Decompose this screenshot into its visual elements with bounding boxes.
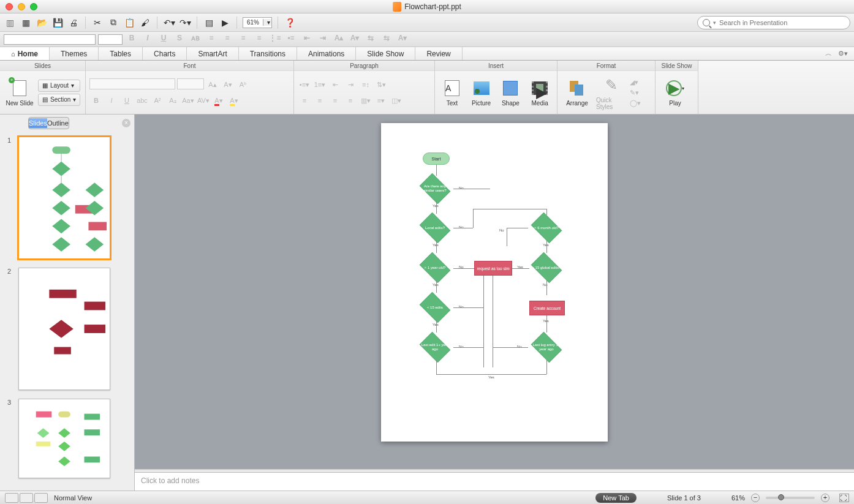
- zoom-select[interactable]: 61% ▾: [243, 17, 272, 28]
- panel-close-icon[interactable]: ×: [122, 119, 130, 127]
- search-input[interactable]: [719, 19, 845, 26]
- font-color-button[interactable]: A▾: [396, 34, 409, 45]
- decrease-indent-icon[interactable]: ⇤: [328, 78, 342, 91]
- fc-similar-users[interactable]: Are there any similar users?: [417, 176, 453, 201]
- font-grow-button[interactable]: A▴: [332, 34, 346, 45]
- tab-home[interactable]: ⌂Home: [0, 47, 50, 60]
- arrange-button[interactable]: Arrange: [561, 73, 593, 112]
- strikethrough-icon[interactable]: abc: [135, 94, 149, 107]
- thumbnail-list[interactable]: 1 2 3: [0, 132, 134, 491]
- tab-review[interactable]: Review: [415, 47, 462, 60]
- underline-button[interactable]: U: [157, 34, 170, 45]
- open-template-icon[interactable]: ▦: [20, 17, 32, 29]
- save-icon[interactable]: 💾: [51, 17, 64, 29]
- fc-1year[interactable]: > 1 year old?: [417, 255, 453, 280]
- fc-create-account[interactable]: Create account: [529, 301, 565, 315]
- slide-canvas[interactable]: Start Are there any similar users? No Ye…: [135, 115, 854, 469]
- show-hide-icon[interactable]: ▤: [203, 17, 215, 29]
- clear-fmt-button[interactable]: ᴀʙ: [189, 34, 202, 45]
- new-slide-button[interactable]: + New Slide: [4, 73, 36, 112]
- undo-icon[interactable]: ↶▾: [163, 17, 175, 29]
- fit-window-button[interactable]: ⛶: [839, 494, 849, 502]
- align-text-icon[interactable]: ≡▾: [374, 94, 388, 107]
- text-dir-button[interactable]: ⇆: [364, 34, 377, 45]
- new-tab-button[interactable]: New Tab: [595, 493, 637, 503]
- open-icon[interactable]: 📂: [36, 17, 48, 29]
- quickstyles-button[interactable]: ✎Quick Styles: [595, 73, 627, 112]
- tab-slideshow[interactable]: Slide Show: [356, 47, 415, 60]
- section-button[interactable]: ▤ Section ▾: [38, 94, 80, 106]
- tab-animations[interactable]: Animations: [297, 47, 356, 60]
- font-size-select[interactable]: [98, 34, 123, 45]
- numbering-icon[interactable]: 1≡▾: [313, 78, 327, 91]
- bold-button[interactable]: B: [125, 34, 138, 45]
- subscript-icon[interactable]: A₂: [166, 94, 179, 107]
- line-icon[interactable]: ✎▾: [630, 89, 641, 97]
- bullet-list-button[interactable]: •≡: [284, 34, 298, 45]
- window-zoom-button[interactable]: [30, 3, 37, 10]
- effects-icon[interactable]: ◯▾: [630, 99, 641, 107]
- clear-format-icon[interactable]: Aᵇ: [236, 78, 250, 91]
- bullets-icon[interactable]: •≡▾: [298, 78, 311, 91]
- slideshow-view-button[interactable]: [34, 493, 48, 503]
- font-shrink-icon[interactable]: A▾: [221, 78, 235, 91]
- align-left-icon[interactable]: ≡: [298, 94, 311, 107]
- fill-icon[interactable]: ◢▾: [630, 78, 641, 86]
- fc-local-edits[interactable]: Local edits?: [417, 215, 453, 241]
- justify-button[interactable]: ≡: [252, 34, 266, 45]
- gear-icon[interactable]: ⚙▾: [838, 50, 848, 58]
- superscript-icon[interactable]: A²: [151, 94, 164, 107]
- underline-icon[interactable]: U: [120, 94, 134, 107]
- thumbnail-2[interactable]: [18, 268, 110, 390]
- tab-charts[interactable]: Charts: [143, 47, 187, 60]
- text-button[interactable]: AText: [439, 73, 466, 112]
- fc-15edits[interactable]: < 15 edits: [417, 295, 453, 320]
- fc-lastedit[interactable]: Last edit 1+ year ago: [417, 334, 453, 360]
- justify-icon[interactable]: ≡: [344, 94, 357, 107]
- strike-button[interactable]: S: [173, 34, 186, 45]
- collapse-ribbon-icon[interactable]: ︿: [825, 49, 832, 58]
- zoom-in-button[interactable]: +: [821, 494, 829, 502]
- normal-view-button[interactable]: [5, 493, 18, 503]
- align-left-button[interactable]: ≡: [205, 34, 218, 45]
- highlight-icon[interactable]: A▾: [227, 94, 241, 107]
- sorter-view-button[interactable]: [20, 493, 33, 503]
- format-painter-icon[interactable]: 🖌: [139, 17, 151, 29]
- text-dir2-button[interactable]: ⇆: [380, 34, 393, 45]
- media-button[interactable]: ▶Media: [526, 73, 553, 112]
- fc-start[interactable]: Start: [423, 152, 450, 165]
- align-right-icon[interactable]: ≡: [328, 94, 342, 107]
- cut-icon[interactable]: ✂: [91, 17, 104, 29]
- font-color-icon[interactable]: A▾: [212, 94, 225, 107]
- fc-15global[interactable]: > 15 global edits?: [528, 255, 565, 280]
- tab-smartart[interactable]: SmartArt: [187, 47, 238, 60]
- numbered-list-button[interactable]: ⋮≡: [268, 34, 282, 45]
- window-minimize-button[interactable]: [18, 3, 25, 10]
- layout-button[interactable]: ▦ Layout ▾: [38, 80, 80, 92]
- indent-dec-button[interactable]: ⇤: [300, 34, 314, 45]
- fc-6month[interactable]: > 6 month old?: [528, 215, 565, 241]
- fc-lastlog[interactable]: Last log entry 1+ year ago: [528, 334, 565, 360]
- fc-request-too-similar[interactable]: request as too sim: [474, 261, 512, 276]
- zoom-slider[interactable]: [766, 497, 815, 499]
- copy-icon[interactable]: ⧉: [107, 17, 119, 29]
- picture-button[interactable]: Picture: [468, 73, 495, 112]
- panel-tab-outline[interactable]: Outline: [47, 118, 69, 128]
- print-icon[interactable]: 🖨: [67, 17, 80, 29]
- align-center-button[interactable]: ≡: [221, 34, 234, 45]
- font-size-box[interactable]: [177, 78, 204, 89]
- search-box[interactable]: ▾: [697, 16, 850, 29]
- notes-pane[interactable]: Click to add notes: [135, 472, 854, 491]
- slide[interactable]: Start Are there any similar users? No Ye…: [381, 123, 608, 442]
- help-icon[interactable]: ❓: [284, 17, 296, 29]
- zoom-out-button[interactable]: −: [751, 494, 760, 502]
- redo-icon[interactable]: ↷▾: [179, 17, 191, 29]
- slideshow-icon[interactable]: ▶: [219, 17, 231, 29]
- tab-tables[interactable]: Tables: [99, 47, 143, 60]
- panel-tab-slides[interactable]: Slides: [29, 118, 47, 128]
- paste-icon[interactable]: 📋: [123, 17, 135, 29]
- font-family-select[interactable]: [4, 34, 96, 45]
- play-button[interactable]: ▶▾Play: [659, 73, 691, 112]
- tab-transitions[interactable]: Transitions: [239, 47, 297, 60]
- increase-indent-icon[interactable]: ⇥: [344, 78, 357, 91]
